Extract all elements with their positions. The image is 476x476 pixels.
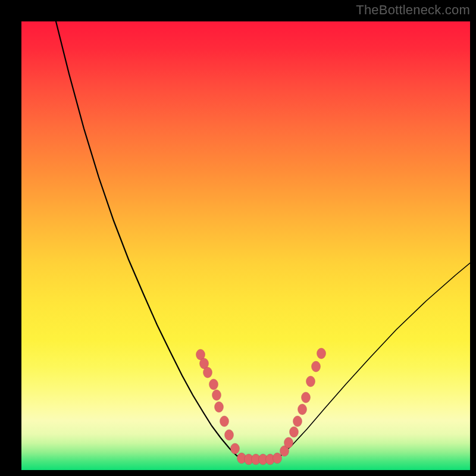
chart-stage: TheBottleneck.com bbox=[0, 0, 476, 476]
data-dot bbox=[231, 443, 240, 454]
data-dot bbox=[284, 437, 293, 448]
data-dot bbox=[290, 427, 299, 437]
data-dot bbox=[306, 376, 315, 387]
curve-left bbox=[56, 21, 237, 456]
watermark-text: TheBottleneck.com bbox=[356, 2, 470, 18]
data-dot bbox=[317, 348, 326, 359]
data-dot bbox=[209, 379, 218, 390]
data-dot bbox=[212, 390, 221, 400]
plot-area bbox=[21, 21, 470, 470]
data-dot bbox=[225, 430, 234, 440]
data-dot bbox=[273, 453, 282, 464]
data-dot bbox=[302, 392, 311, 403]
data-dot bbox=[312, 361, 321, 372]
data-dots bbox=[196, 348, 326, 465]
data-dot bbox=[293, 416, 302, 427]
data-dot bbox=[220, 416, 229, 427]
data-dot bbox=[203, 367, 212, 378]
data-dot bbox=[215, 402, 224, 412]
chart-svg bbox=[21, 21, 470, 470]
data-dot bbox=[298, 404, 307, 415]
curve-right bbox=[281, 263, 470, 456]
